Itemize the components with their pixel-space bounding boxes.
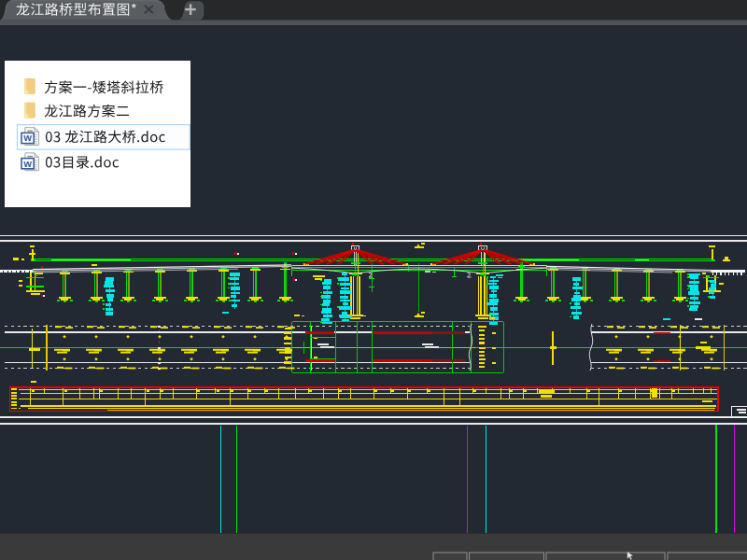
svg-text:W: W (23, 133, 32, 143)
svg-text:W: W (23, 160, 32, 169)
